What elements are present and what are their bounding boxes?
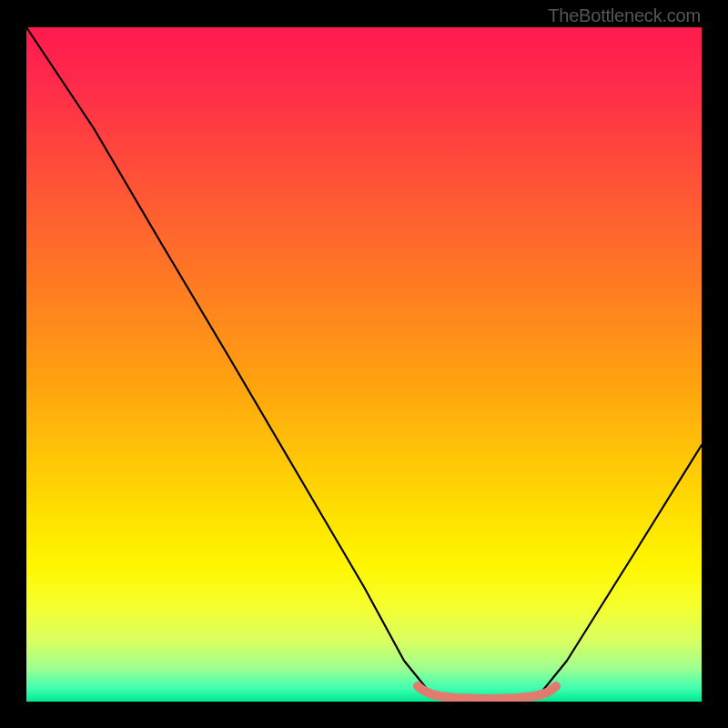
attribution-text: TheBottleneck.com — [548, 5, 701, 26]
sweet-spot-marker — [418, 686, 556, 699]
bottleneck-curve — [26, 27, 702, 701]
plot-area — [26, 27, 702, 702]
chart-container: TheBottleneck.com — [0, 0, 728, 728]
chart-svg — [26, 27, 702, 702]
